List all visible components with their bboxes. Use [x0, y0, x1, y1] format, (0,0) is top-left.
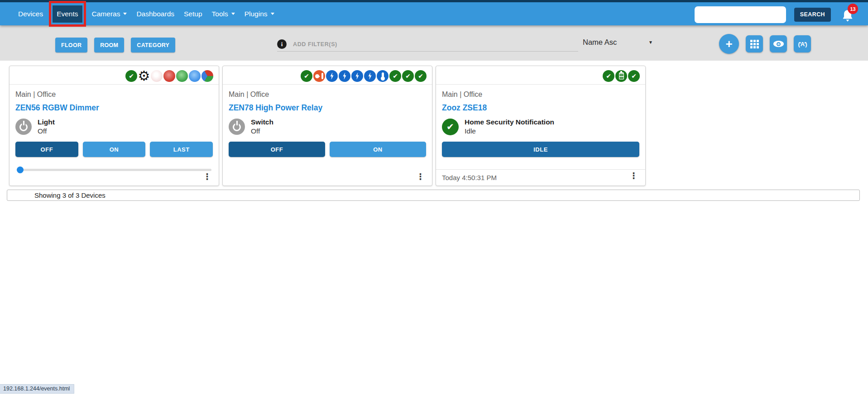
nav-item-devices-label: Devices: [18, 10, 43, 18]
status-ok-icon: ✔: [301, 70, 312, 82]
on-button[interactable]: ON: [330, 142, 426, 157]
color-red-swatch-icon: [163, 70, 175, 82]
feature-value: Off: [38, 127, 55, 136]
search-input[interactable]: [695, 6, 786, 23]
status-ok-icon: ✔: [402, 70, 414, 82]
notifications-button[interactable]: 13: [839, 5, 857, 24]
grid-icon: [750, 40, 759, 48]
chevron-down-icon: ▼: [648, 40, 653, 45]
off-button[interactable]: OFF: [229, 142, 325, 157]
nav-item-devices[interactable]: Devices: [18, 10, 43, 18]
eye-icon: [773, 41, 784, 47]
sort-dropdown[interactable]: Name Asc ▼: [583, 38, 653, 47]
info-icon: i: [277, 39, 287, 49]
category-filter-button[interactable]: CATEGORY: [131, 38, 175, 52]
feature-value: Idle: [465, 127, 554, 136]
feature-label: Home Security Notification: [465, 118, 554, 127]
nav-item-cameras[interactable]: Cameras: [92, 10, 127, 18]
visibility-button[interactable]: [770, 35, 787, 52]
more-options-button[interactable]: ⋮: [201, 171, 213, 183]
nav-item-dashboards-label: Dashboards: [136, 10, 174, 18]
status-icon-row: ✔✔✔✔: [223, 66, 432, 85]
nav-item-plugins[interactable]: Plugins: [245, 10, 274, 18]
device-location: Main | Office: [229, 90, 426, 99]
battery-icon: [615, 70, 627, 82]
nav-item-events-label: Events: [57, 10, 78, 18]
add-button[interactable]: +: [719, 34, 739, 54]
device-count-text: Showing 3 of 3 Devices: [34, 191, 106, 199]
nav-item-dashboards[interactable]: Dashboards: [136, 10, 174, 18]
events-page: Devices Events Cameras Dashboards Setup …: [0, 0, 868, 395]
energy-bolt-icon: [326, 70, 338, 82]
device-card: ✔✔ Main | Office Zooz ZSE18 ✔ Home Secur…: [436, 66, 646, 186]
link-preview-tooltip: 192.168.1.244/events.html: [0, 384, 74, 394]
antenna-icon: ('A'): [798, 41, 806, 48]
device-name-link[interactable]: ZEN56 RGBW Dimmer: [15, 103, 213, 113]
device-count-bar: Showing 3 of 3 Devices: [7, 190, 860, 201]
zwave-antenna-button[interactable]: ('A'): [794, 35, 811, 52]
last-button[interactable]: LAST: [150, 142, 213, 157]
card-button-row: IDLE: [442, 142, 639, 157]
nav-item-events[interactable]: Events: [53, 5, 82, 23]
status-ok-icon: ✔: [125, 70, 137, 82]
device-cards-row: ✔⚙ Main | Office ZEN56 RGBW Dimmer Light…: [9, 66, 646, 186]
energy-bolt-icon: [339, 70, 350, 82]
nav-item-tools[interactable]: Tools: [212, 10, 235, 18]
color-green-swatch-icon: [176, 70, 188, 82]
chevron-down-icon: [231, 13, 235, 17]
feature-row: Switch Off: [229, 118, 426, 136]
energy-bolt-icon: [364, 70, 376, 82]
status-ok-icon: ✔: [415, 70, 427, 82]
dim-level-slider[interactable]: [17, 167, 211, 173]
status-ok-icon: ✔: [603, 70, 614, 82]
energy-bolt-icon: [351, 70, 363, 82]
temperature-icon: [377, 70, 388, 82]
more-options-button[interactable]: ⋮: [414, 171, 427, 183]
chevron-down-icon: [271, 13, 274, 17]
card-body: Main | Office ZEN78 High Power Relay Swi…: [223, 85, 432, 157]
floor-filter-button[interactable]: FLOOR: [55, 38, 87, 52]
on-button[interactable]: ON: [83, 142, 146, 157]
filter-toolbar: FLOOR ROOM CATEGORY i ADD FILTER(S) Name…: [0, 25, 868, 61]
nav-item-cameras-label: Cameras: [92, 10, 120, 18]
color-white-swatch-icon: [151, 70, 163, 82]
card-body: Main | Office ZEN56 RGBW Dimmer Light Of…: [10, 85, 219, 173]
nav-item-setup[interactable]: Setup: [184, 10, 202, 18]
add-filters-input[interactable]: i ADD FILTER(S): [277, 37, 578, 52]
sort-value: Name Asc: [583, 38, 617, 47]
status-icon-row: ✔⚙: [10, 66, 219, 85]
color-blue-swatch-icon: [189, 70, 201, 82]
power-icon: [229, 119, 245, 135]
device-location: Main | Office: [442, 90, 639, 99]
slider-thumb[interactable]: [17, 167, 24, 173]
feature-label: Switch: [251, 118, 273, 127]
status-icon-row: ✔✔: [436, 66, 645, 85]
power-plug-icon: [313, 70, 325, 82]
power-icon: [15, 119, 32, 135]
card-button-row: OFFON: [229, 142, 426, 157]
color-rgb-swatch-icon: [201, 70, 213, 82]
device-name-link[interactable]: ZEN78 High Power Relay: [229, 103, 426, 113]
feature-label: Light: [38, 118, 55, 127]
search-button[interactable]: SEARCH: [794, 8, 831, 22]
toolbar-actions: + ('A'): [719, 34, 811, 54]
more-options-button[interactable]: ⋮: [628, 170, 640, 182]
filter-button-group: FLOOR ROOM CATEGORY: [55, 38, 175, 52]
card-footer: Today 4:50:31 PM ⋮: [436, 169, 645, 186]
status-ok-icon: ✔: [389, 70, 401, 82]
nav-item-tools-label: Tools: [212, 10, 228, 18]
off-button[interactable]: OFF: [15, 142, 78, 157]
feature-row: ✔ Home Security Notification Idle: [442, 118, 639, 136]
device-card: ✔✔✔✔ Main | Office ZEN78 High Power Rela…: [222, 66, 432, 186]
room-filter-button[interactable]: ROOM: [94, 38, 124, 52]
plus-icon: +: [725, 38, 732, 50]
device-name-link[interactable]: Zooz ZSE18: [442, 103, 639, 113]
grid-view-button[interactable]: [746, 35, 763, 52]
nav-item-plugins-label: Plugins: [245, 10, 268, 18]
navbar-right: SEARCH 13: [695, 5, 857, 24]
card-body: Main | Office Zooz ZSE18 ✔ Home Security…: [436, 85, 645, 157]
chevron-down-icon: [123, 13, 127, 17]
status-ok-icon: ✔: [628, 70, 640, 82]
idle-button[interactable]: IDLE: [442, 142, 639, 157]
add-filters-placeholder: ADD FILTER(S): [293, 41, 337, 48]
